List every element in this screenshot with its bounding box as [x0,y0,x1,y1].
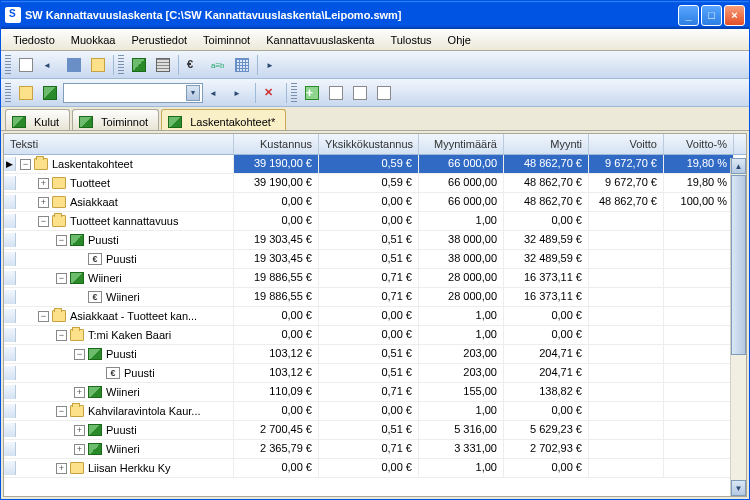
product2-button[interactable] [39,82,61,104]
cell-c6[interactable] [664,421,734,439]
cell-c4[interactable]: 0,00 € [504,326,589,344]
menu-tulostus[interactable]: Tulostus [382,31,439,49]
col-voitto[interactable]: Voitto [589,134,664,154]
tab-kulut[interactable]: Kulut [5,109,70,130]
collapse-icon[interactable]: − [56,273,67,284]
cell-c4[interactable]: 138,82 € [504,383,589,401]
cell-c5[interactable] [589,421,664,439]
cell-c4[interactable]: 32 489,59 € [504,231,589,249]
cell-c6[interactable] [664,364,734,382]
maximize-button[interactable]: □ [701,5,722,26]
cell-c1[interactable]: 2 700,45 € [234,421,319,439]
cell-c5[interactable] [589,402,664,420]
cell-c5[interactable] [589,364,664,382]
cell-c1[interactable]: 19 303,45 € [234,250,319,268]
tree-cell[interactable]: +Tuotteet [4,174,234,192]
delete-button[interactable] [260,82,282,104]
cell-c1[interactable]: 39 190,00 € [234,155,319,173]
tree-cell[interactable]: −Asiakkaat - Tuotteet kan... [4,307,234,325]
cell-c1[interactable]: 39 190,00 € [234,174,319,192]
cell-c6[interactable] [664,250,734,268]
cell-c2[interactable]: 0,00 € [319,307,419,325]
tree-cell[interactable]: Wiineri [4,288,234,306]
cell-c4[interactable]: 0,00 € [504,459,589,477]
cell-c2[interactable]: 0,51 € [319,364,419,382]
save-button[interactable] [63,54,85,76]
cell-c2[interactable]: 0,00 € [319,326,419,344]
expand-icon[interactable]: + [38,178,49,189]
cell-c4[interactable]: 5 629,23 € [504,421,589,439]
tree-cell[interactable]: +Wiineri [4,383,234,401]
menu-kannattavuuslaskenta[interactable]: Kannattavuuslaskenta [258,31,382,49]
cell-c5[interactable] [589,383,664,401]
table-row[interactable]: +Liisan Herkku Ky0,00 €0,00 €1,000,00 € [4,459,746,478]
cell-c2[interactable]: 0,71 € [319,440,419,458]
cell-c2[interactable]: 0,00 € [319,402,419,420]
cell-c2[interactable]: 0,51 € [319,421,419,439]
cell-c3[interactable]: 38 000,00 [419,231,504,249]
cell-c6[interactable] [664,459,734,477]
add-button[interactable] [301,82,323,104]
tree-cell[interactable]: ▶−Laskentakohteet [4,155,234,173]
titlebar[interactable]: SW Kannattavuuslaskenta [C:\SW Kannattav… [1,1,749,29]
cell-c3[interactable]: 203,00 [419,364,504,382]
cell-c3[interactable]: 1,00 [419,326,504,344]
cell-c3[interactable]: 5 316,00 [419,421,504,439]
cell-c4[interactable]: 48 862,70 € [504,155,589,173]
table-row[interactable]: ▶−Laskentakohteet39 190,00 €0,59 €66 000… [4,155,746,174]
cell-c1[interactable]: 19 303,45 € [234,231,319,249]
menu-muokkaa[interactable]: Muokkaa [63,31,124,49]
menu-perustiedot[interactable]: Perustiedot [123,31,195,49]
cell-c5[interactable] [589,326,664,344]
col-teksti[interactable]: Teksti [4,134,234,154]
vertical-scrollbar[interactable]: ▲ ▼ [730,158,746,496]
collapse-icon[interactable]: − [56,406,67,417]
tab-toiminnot[interactable]: Toiminnot [72,109,159,130]
cell-c1[interactable]: 2 365,79 € [234,440,319,458]
cell-c6[interactable] [664,231,734,249]
cell-c2[interactable]: 0,00 € [319,212,419,230]
cell-c6[interactable] [664,440,734,458]
cell-c6[interactable] [664,345,734,363]
tab-laskentakohteet[interactable]: Laskentakohteet* [161,109,286,130]
table-row[interactable]: +Asiakkaat0,00 €0,00 €66 000,0048 862,70… [4,193,746,212]
cell-c1[interactable]: 0,00 € [234,459,319,477]
cell-c6[interactable] [664,288,734,306]
table-row[interactable]: −T:mi Kaken Baari0,00 €0,00 €1,000,00 € [4,326,746,345]
folder-button[interactable] [87,54,109,76]
open-button[interactable] [39,54,61,76]
tree-cell[interactable]: −Puusti [4,231,234,249]
cell-c5[interactable] [589,231,664,249]
cell-c4[interactable]: 204,71 € [504,364,589,382]
table-row[interactable]: +Puusti2 700,45 €0,51 €5 316,005 629,23 … [4,421,746,440]
tree-cell[interactable]: −Tuotteet kannattavuus [4,212,234,230]
cell-c3[interactable]: 1,00 [419,402,504,420]
cell-c6[interactable]: 19,80 % [664,155,734,173]
cell-c2[interactable]: 0,59 € [319,174,419,192]
collapse-icon[interactable]: − [56,235,67,246]
table-row[interactable]: +Wiineri2 365,79 €0,71 €3 331,002 702,93… [4,440,746,459]
cell-c1[interactable]: 103,12 € [234,345,319,363]
toolbar-grip-icon[interactable] [291,83,297,103]
new-button[interactable] [15,54,37,76]
cell-c3[interactable]: 66 000,00 [419,193,504,211]
cell-c2[interactable]: 0,71 € [319,383,419,401]
cell-c4[interactable]: 32 489,59 € [504,250,589,268]
calc-button[interactable] [152,54,174,76]
table-row[interactable]: −Puusti19 303,45 €0,51 €38 000,0032 489,… [4,231,746,250]
cell-c1[interactable]: 19 886,55 € [234,269,319,287]
cell-c3[interactable]: 1,00 [419,212,504,230]
scroll-thumb[interactable] [731,175,746,355]
tree-cell[interactable]: +Wiineri [4,440,234,458]
cell-c6[interactable] [664,326,734,344]
tree-cell[interactable]: +Asiakkaat [4,193,234,211]
cell-c1[interactable]: 0,00 € [234,307,319,325]
toolbar-grip-icon[interactable] [118,55,124,75]
col-voitto-pct[interactable]: Voitto-% [664,134,734,154]
expand-icon[interactable]: + [56,463,67,474]
col-yksikkokustannus[interactable]: Yksikkökustannus [319,134,419,154]
cell-c2[interactable]: 0,71 € [319,269,419,287]
tree-cell[interactable]: −T:mi Kaken Baari [4,326,234,344]
folder2-button[interactable] [15,82,37,104]
tree-cell[interactable]: −Puusti [4,345,234,363]
